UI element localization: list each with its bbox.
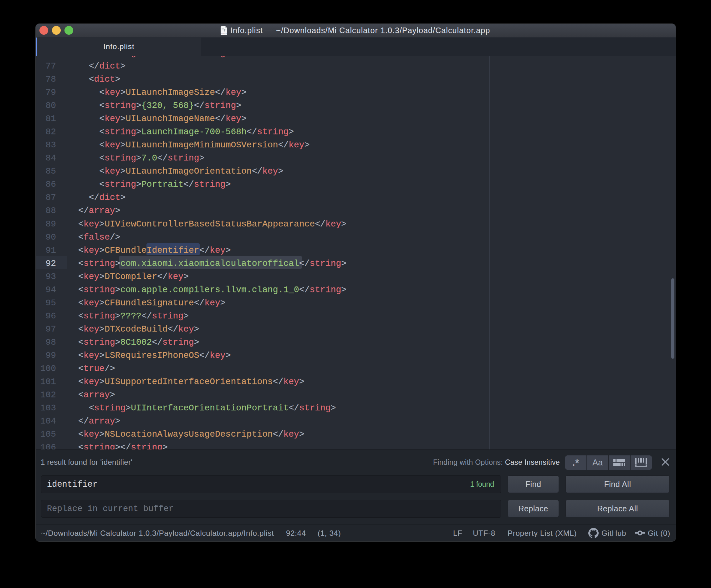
svg-text:PLIST: PLIST	[221, 32, 227, 35]
